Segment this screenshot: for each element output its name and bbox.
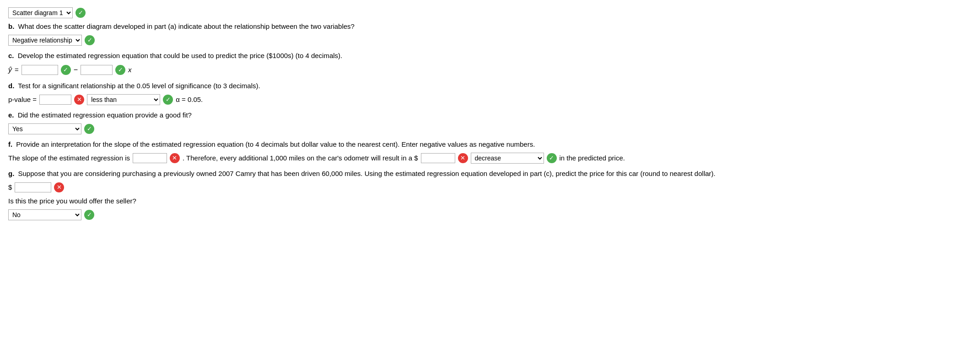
question-g-label: g. <box>8 170 14 177</box>
offer-dropdown[interactable]: YesNo <box>8 209 81 220</box>
equation-row: ŷ = 16.469 ✓ − .0587 ✓ x <box>8 64 972 76</box>
p-value-dropdown[interactable]: less thangreater thanequal to <box>87 94 160 105</box>
question-e-label: e. <box>8 111 14 119</box>
question-e-body: Did the estimated regression equation pr… <box>18 111 192 119</box>
scatter-section: Scatter diagram 1 ✓ <box>8 7 972 18</box>
follow-up-text: Is this the price you would offer the se… <box>8 197 136 205</box>
p-value-input[interactable]: 1.541 <box>39 95 71 105</box>
p-value-check-icon: ✓ <box>163 95 173 105</box>
coeff2-input[interactable]: .0587 <box>81 65 113 75</box>
x-var: x <box>128 64 132 75</box>
question-d-section: d. Test for a significant relationship a… <box>8 80 972 105</box>
question-b-label: b. <box>8 22 14 30</box>
question-b-section: b. What does the scatter diagram develop… <box>8 21 972 46</box>
question-b-check-icon: ✓ <box>85 35 95 45</box>
question-c-label: c. <box>8 52 14 59</box>
slope-input[interactable]: -.0587 <box>133 153 167 163</box>
question-b-dropdown[interactable]: Negative relationshipPositive relationsh… <box>8 35 82 46</box>
end-text: in the predicted price. <box>560 153 625 164</box>
scatter-check-icon: ✓ <box>75 8 86 18</box>
question-d-body: Test for a significant relationship at t… <box>18 82 260 90</box>
question-d-label: d. <box>8 82 14 90</box>
slope-cross-icon: ✕ <box>170 153 180 163</box>
slope-label: The slope of the estimated regression is <box>8 153 130 164</box>
question-f-label: f. <box>8 140 12 148</box>
question-e-check-icon: ✓ <box>84 124 94 134</box>
dollar-input[interactable]: 11774 <box>421 153 455 163</box>
coeff1-check-icon: ✓ <box>61 65 71 75</box>
dollar-sign: $ <box>8 182 12 193</box>
alpha-label: α = 0.05. <box>176 94 203 105</box>
direction-dropdown[interactable]: decreaseincrease <box>471 153 544 164</box>
question-b-text: b. What does the scatter diagram develop… <box>8 21 972 32</box>
question-e-section: e. Did the estimated regression equation… <box>8 110 972 134</box>
equals-sign: = <box>15 64 19 75</box>
question-g-body: Suppose that you are considering purchas… <box>18 170 716 177</box>
price-input[interactable]: 11774 <box>15 182 51 192</box>
scatter-dropdown[interactable]: Scatter diagram 1 <box>8 7 73 18</box>
minus-sign: − <box>74 64 78 76</box>
question-g-section: g. Suppose that you are considering purc… <box>8 168 972 220</box>
y-hat: ŷ <box>8 64 12 76</box>
question-f-section: f. Provide an interpretation for the slo… <box>8 139 972 164</box>
direction-check-icon: ✓ <box>547 153 557 163</box>
dollar-cross-icon: ✕ <box>458 153 468 163</box>
price-cross-icon: ✕ <box>54 182 64 192</box>
p-value-cross-icon: ✕ <box>74 95 84 105</box>
question-c-body: Develop the estimated regression equatio… <box>18 52 343 59</box>
middle-text: . Therefore, every additional 1,000 mile… <box>183 153 418 164</box>
coeff1-input[interactable]: 16.469 <box>22 65 58 75</box>
question-f-body: Provide an interpretation for the slope … <box>16 140 535 148</box>
question-e-dropdown[interactable]: YesNo <box>8 123 81 134</box>
coeff2-check-icon: ✓ <box>115 65 125 75</box>
question-b-body: What does the scatter diagram developed … <box>18 22 355 30</box>
p-value-label: p-value = <box>8 94 37 105</box>
offer-check-icon: ✓ <box>84 210 94 220</box>
question-c-section: c. Develop the estimated regression equa… <box>8 50 972 76</box>
